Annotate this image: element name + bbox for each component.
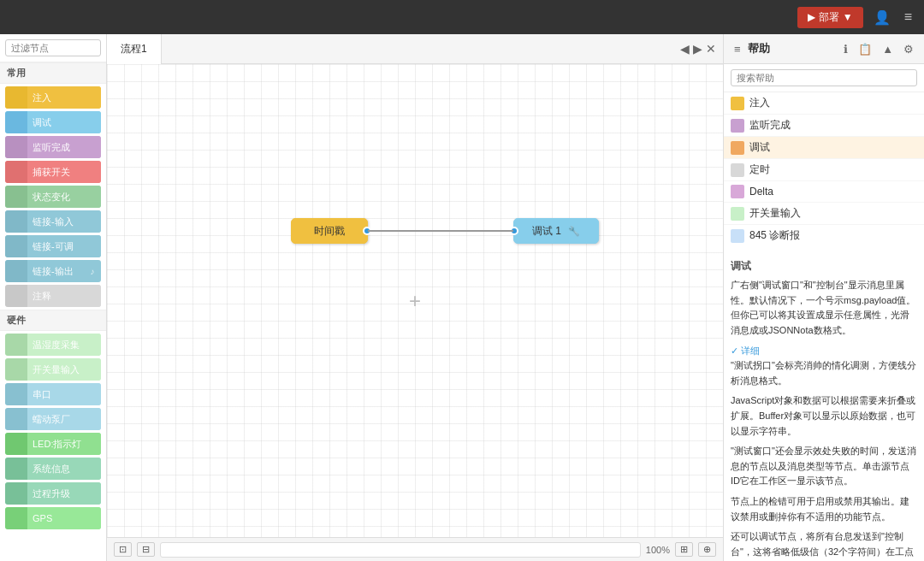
node-icon	[5, 482, 27, 505]
right-node-color	[731, 163, 744, 177]
main-layout: 常用注入调试监听完成捕获开关状态变化链接-输入链接-可调链接-输出♪注释硬件温湿…	[0, 34, 924, 561]
right-node-color	[731, 97, 744, 110]
node-input-port[interactable]	[510, 227, 518, 235]
menu-icon[interactable]: ≡	[901, 6, 915, 28]
right-node-label: 开关量输入	[749, 206, 801, 221]
right-node-label: Delta	[749, 186, 773, 198]
node-right-icon: 🔧	[568, 226, 580, 237]
help-detail-link[interactable]: ✓ 详细	[731, 344, 917, 359]
sidebar-node-----[interactable]: 状态变化	[5, 186, 101, 208]
node-label: 链接-输入	[27, 210, 101, 233]
node-label: 时间戳	[314, 224, 345, 239]
right-node-label: 注入	[749, 96, 770, 110]
sidebar-node-----[interactable]: 过程升级	[5, 482, 101, 505]
node-label: 链接-输出	[27, 260, 84, 282]
node-icon	[5, 433, 27, 455]
right-node-item---[interactable]: 注入	[724, 92, 924, 115]
node-label: 开关量输入	[27, 358, 101, 381]
right-node-item-----[interactable]: 监听完成	[724, 115, 924, 137]
sidebar-node------[interactable]: 链接-输出♪	[5, 260, 101, 282]
sidebar-node------[interactable]: 链接-可调	[5, 235, 101, 257]
canvas-zoom-out[interactable]: ⊟	[137, 542, 155, 557]
node-label: 过程升级	[27, 482, 101, 505]
right-panel: ≡ 帮助 ℹ 📋 ▲ ⚙ 注入监听完成调试定时Delta开关量输入845 诊断报…	[723, 34, 924, 561]
sidebar-node-GPS[interactable]: GPS	[5, 507, 101, 529]
node-icon	[5, 161, 27, 183]
panel-list-icon[interactable]: ≡	[731, 41, 744, 57]
sidebar-section-常用: 常用	[0, 62, 106, 84]
canvas-zoom-fit[interactable]: ⊡	[114, 542, 132, 557]
deploy-button[interactable]: ▶ 部署 ▼	[797, 7, 863, 28]
right-node-item-845----[interactable]: 845 诊断报	[724, 225, 924, 246]
sidebar-node---[interactable]: 调试	[5, 111, 101, 133]
panel-arrow-icon[interactable]: ▲	[879, 41, 897, 57]
right-node-color	[731, 119, 744, 133]
sidebar-content: 常用注入调试监听完成捕获开关状态变化链接-输入链接-可调链接-输出♪注释硬件温湿…	[0, 62, 106, 561]
node-label: 监听完成	[27, 136, 101, 158]
right-node-label: 监听完成	[749, 118, 791, 133]
node-icon	[5, 210, 27, 233]
right-node-item---[interactable]: 定时	[724, 159, 924, 181]
node-icon	[5, 235, 27, 257]
right-node-color	[731, 141, 744, 155]
panel-title: 帮助	[748, 41, 838, 56]
node-search-input[interactable]	[5, 39, 101, 56]
node-label: 状态变化	[27, 186, 101, 208]
canvas-body[interactable]: + 时间戳调试 1🔧	[107, 64, 723, 537]
right-node-label: 调试	[749, 140, 770, 155]
sidebar-node-----[interactable]: 监听完成	[5, 136, 101, 158]
help-title: 调试	[731, 258, 917, 275]
tab-scroll-left[interactable]: ◀	[680, 42, 690, 56]
tab-scroll-right[interactable]: ▶	[693, 42, 702, 56]
help-para-5: 还可以调试节点，将所有台息发送到"控制台"，这将省略低级信（32个字符间）在工点…	[731, 529, 917, 561]
node-label: 注入	[27, 86, 101, 109]
node-label: 蠕动泵厂	[27, 408, 101, 430]
right-node-color	[731, 185, 744, 198]
panel-info-icon[interactable]: ℹ	[840, 41, 851, 57]
right-node-item-Delta[interactable]: Delta	[724, 181, 924, 203]
canvas-tab-flow1[interactable]: 流程1	[107, 34, 162, 64]
node-icon	[5, 86, 27, 109]
right-node-item---[interactable]: 调试	[724, 137, 924, 159]
sidebar-node---[interactable]: 串口	[5, 383, 101, 405]
sidebar-node------[interactable]: 开关量输入	[5, 358, 101, 381]
node-icon	[5, 507, 27, 529]
node-right-icon: ♪	[84, 260, 101, 282]
panel-settings-icon[interactable]: ⚙	[900, 41, 917, 57]
sidebar-node-----[interactable]: 蠕动泵厂	[5, 408, 101, 430]
sidebar-node---[interactable]: 注释	[5, 285, 101, 307]
canvas-search-input[interactable]	[160, 542, 641, 558]
sidebar-node------[interactable]: 链接-输入	[5, 210, 101, 233]
canvas-tab-controls: ◀ ▶ ✕	[680, 42, 723, 56]
node-output-port[interactable]	[363, 227, 371, 235]
tab-close[interactable]: ✕	[706, 42, 716, 56]
left-sidebar: 常用注入调试监听完成捕获开关状态变化链接-输入链接-可调链接-输出♪注释硬件温湿…	[0, 34, 107, 561]
sidebar-node-----[interactable]: 系统信息	[5, 458, 101, 480]
right-node-color	[731, 207, 744, 221]
help-search-input[interactable]	[731, 69, 917, 86]
sidebar-node---[interactable]: 注入	[5, 86, 101, 109]
help-intro: 广右侧"调试窗口"和"控制台"显示消息里属性。默认情况下，一个号示msg.pay…	[731, 278, 917, 338]
right-node-item------[interactable]: 开关量输入	[724, 203, 924, 225]
node-label: 注释	[27, 285, 101, 307]
node-search-box	[0, 34, 106, 62]
canvas-zoom-in[interactable]: ⊕	[698, 542, 716, 557]
sidebar-node-LED----[interactable]: LED:指示灯	[5, 433, 101, 455]
user-icon[interactable]: 👤	[870, 6, 894, 29]
sidebar-node-----[interactable]: 捕获开关	[5, 161, 101, 183]
help-para-4: 节点上的检错可用于启用或禁用其输出。建议禁用或删掉你有不适用的功能节点。	[731, 494, 917, 524]
canvas-zoom-reset[interactable]: ⊞	[675, 542, 693, 557]
help-para-2: JavaScript对象和数据可以根据需要来折叠或扩展。Buffer对象可以显示…	[731, 393, 917, 439]
node-label: 系统信息	[27, 458, 101, 480]
node-icon	[5, 285, 27, 307]
node-icon	[5, 408, 27, 430]
node-label: 温湿度采集	[27, 334, 101, 356]
node-label: 调试 1	[532, 224, 561, 239]
node-icon	[5, 260, 27, 282]
canvas-tabs: 流程1 ◀ ▶ ✕	[107, 34, 723, 64]
right-node-color	[731, 229, 744, 243]
sidebar-node------[interactable]: 温湿度采集	[5, 334, 101, 356]
panel-copy-icon[interactable]: 📋	[855, 41, 875, 57]
flow-node-time-node[interactable]: 时间戳	[291, 218, 368, 244]
flow-node-debug-node[interactable]: 调试 1🔧	[513, 218, 599, 244]
